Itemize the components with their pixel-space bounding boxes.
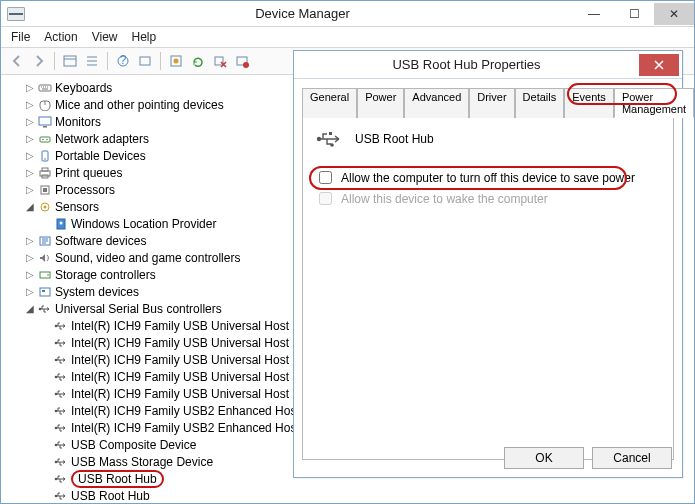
dialog-close-button[interactable] (639, 54, 679, 76)
usb-icon (53, 319, 69, 333)
tree-node-label: Sensors (55, 200, 99, 214)
svg-point-47 (330, 143, 334, 147)
allow-power-off-checkbox[interactable] (319, 171, 332, 184)
usb-icon (53, 489, 69, 503)
tree-node-label: Software devices (55, 234, 146, 248)
svg-point-36 (55, 358, 58, 361)
cpu-icon (37, 183, 53, 197)
device-name: USB Root Hub (355, 132, 434, 146)
toolbar-disable-button[interactable] (210, 51, 230, 71)
expand-icon[interactable]: ▷ (23, 235, 37, 246)
expand-icon[interactable]: ▷ (23, 184, 37, 195)
cancel-button[interactable]: Cancel (592, 447, 672, 469)
svg-point-18 (44, 158, 46, 160)
collapse-icon[interactable]: ◢ (23, 303, 37, 314)
tab-panel: USB Root Hub Allow the computer to turn … (302, 118, 674, 460)
tree-node-label: Mice and other pointing devices (55, 98, 224, 112)
sound-icon (37, 251, 53, 265)
svg-point-44 (55, 494, 58, 497)
tab-power[interactable]: Power (357, 88, 404, 118)
toolbar-uninstall-button[interactable] (232, 51, 252, 71)
svg-text:?: ? (120, 54, 127, 67)
tab-power-management[interactable]: Power Management (614, 88, 694, 118)
expand-icon[interactable]: ▷ (23, 252, 37, 263)
svg-point-43 (55, 477, 58, 480)
tree-node[interactable]: USB Root Hub (7, 487, 692, 504)
tab-advanced[interactable]: Advanced (404, 88, 469, 118)
usb-icon (53, 370, 69, 384)
toolbar-scan-button[interactable] (135, 51, 155, 71)
svg-point-40 (55, 426, 58, 429)
expand-icon[interactable]: ▷ (23, 116, 37, 127)
svg-rect-32 (42, 290, 45, 292)
menubar: File Action View Help (1, 27, 694, 48)
expand-icon[interactable]: ▷ (23, 82, 37, 93)
ok-button[interactable]: OK (504, 447, 584, 469)
usb-icon (53, 353, 69, 367)
maximize-button[interactable]: ☐ (614, 3, 654, 25)
menu-file[interactable]: File (11, 30, 30, 44)
back-button[interactable] (7, 51, 27, 71)
tree-node-label: USB Root Hub (71, 489, 150, 503)
menu-help[interactable]: Help (132, 30, 157, 44)
collapse-icon[interactable]: ◢ (23, 201, 37, 212)
usb-icon (53, 472, 69, 486)
tree-node-label: USB Root Hub (71, 470, 164, 488)
svg-point-37 (55, 375, 58, 378)
keyboard-icon (37, 81, 53, 95)
close-button[interactable]: ✕ (654, 3, 694, 25)
expand-icon[interactable]: ▷ (23, 99, 37, 110)
tree-node-label: Universal Serial Bus controllers (55, 302, 222, 316)
menu-view[interactable]: View (92, 30, 118, 44)
toolbar-help-button[interactable]: ? (113, 51, 133, 71)
svg-rect-20 (42, 168, 48, 171)
expand-icon[interactable]: ▷ (23, 269, 37, 280)
toolbar-list-button[interactable] (82, 51, 102, 71)
tree-node-label: Monitors (55, 115, 101, 129)
expand-icon[interactable]: ▷ (23, 133, 37, 144)
svg-point-34 (55, 324, 58, 327)
usb-icon (315, 128, 345, 150)
forward-button[interactable] (29, 51, 49, 71)
tree-node-label: Processors (55, 183, 115, 197)
svg-point-42 (55, 460, 58, 463)
expand-icon[interactable]: ▷ (23, 150, 37, 161)
svg-rect-14 (40, 137, 50, 142)
svg-point-25 (44, 205, 47, 208)
svg-point-38 (55, 392, 58, 395)
allow-power-off-label: Allow the computer to turn off this devi… (341, 171, 635, 185)
allow-wake-row: Allow this device to wake the computer (315, 189, 661, 208)
svg-point-41 (55, 443, 58, 446)
usb-icon (53, 387, 69, 401)
usb-icon (53, 336, 69, 350)
menu-action[interactable]: Action (44, 30, 77, 44)
tab-driver[interactable]: Driver (469, 88, 514, 118)
expand-icon[interactable]: ▷ (23, 167, 37, 178)
svg-point-35 (55, 341, 58, 344)
svg-rect-13 (43, 126, 47, 128)
svg-point-39 (55, 409, 58, 412)
system-icon (37, 285, 53, 299)
app-icon (7, 7, 25, 21)
location-icon (53, 217, 69, 231)
storage-icon (37, 268, 53, 282)
svg-rect-12 (39, 117, 51, 125)
expand-icon[interactable]: ▷ (23, 286, 37, 297)
svg-point-45 (317, 137, 321, 141)
tab-general[interactable]: General (302, 88, 357, 118)
monitor-icon (37, 115, 53, 129)
allow-wake-checkbox (319, 192, 332, 205)
toolbar-update-button[interactable] (188, 51, 208, 71)
properties-dialog: USB Root Hub Properties General Power Ad… (293, 50, 683, 478)
minimize-button[interactable]: — (574, 3, 614, 25)
usb-icon (37, 302, 53, 316)
tab-details[interactable]: Details (515, 88, 565, 118)
allow-power-off-row[interactable]: Allow the computer to turn off this devi… (315, 168, 661, 187)
toolbar-properties-button[interactable] (166, 51, 186, 71)
dialog-title: USB Root Hub Properties (294, 57, 639, 72)
svg-rect-4 (140, 57, 150, 65)
svg-point-16 (46, 138, 48, 140)
toolbar-view-button[interactable] (60, 51, 80, 71)
tab-events[interactable]: Events (564, 88, 614, 118)
tree-node-label: Storage controllers (55, 268, 156, 282)
